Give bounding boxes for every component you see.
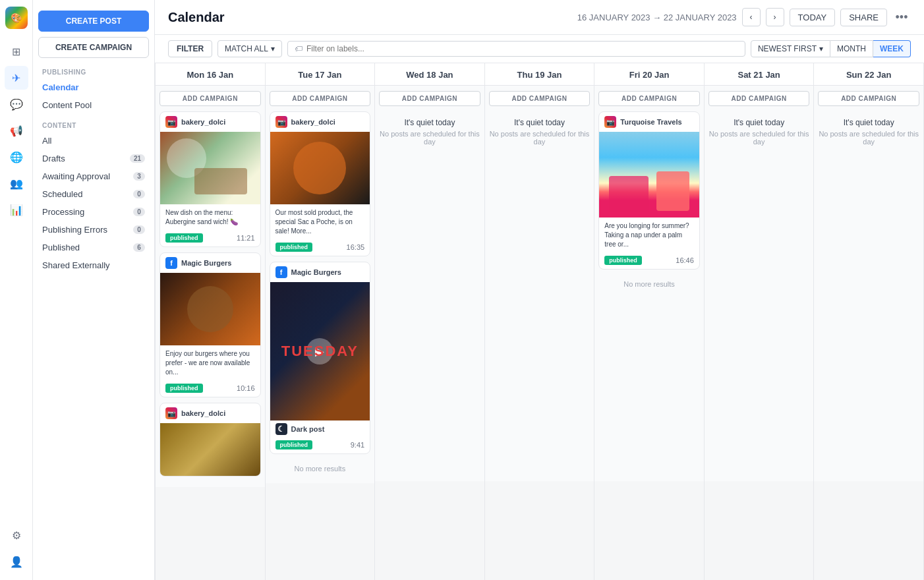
day-column-thu: Thu 19 Jan ADD CAMPAIGN It's quiet today… (485, 63, 595, 580)
day-body-fri: ADD CAMPAIGN 📷 Turquoise Travels Are you… (594, 86, 704, 481)
post-footer: published 16:46 (599, 253, 699, 269)
instagram-icon: 📷 (165, 116, 177, 128)
create-campaign-button[interactable]: CREATE CAMPAIGN (38, 37, 149, 58)
nav-chart[interactable]: 📊 (5, 198, 28, 221)
page-header: Calendar 16 JANUARY 2023 → 22 JANUARY 20… (155, 0, 924, 35)
nav-profile[interactable]: 👤 (5, 550, 28, 573)
next-week-button[interactable]: › (766, 8, 784, 26)
post-card: f Magic Burgers ▶ TUESDAY ☾ Dark post (270, 262, 371, 454)
instagram-icon: 📷 (165, 407, 177, 419)
today-button[interactable]: TODAY (790, 9, 836, 26)
sidebar-item-awaiting-approval[interactable]: Awaiting Approval 3 (33, 167, 154, 185)
newest-chevron-icon: ▾ (819, 44, 823, 53)
post-image (160, 423, 260, 476)
sidebar-item-drafts[interactable]: Drafts 21 (33, 150, 154, 167)
day-header-thu: Thu 19 Jan (485, 63, 594, 86)
share-button[interactable]: SHARE (840, 9, 887, 26)
day-body-mon: ADD CAMPAIGN 📷 bakery_dolci New dish on … (156, 86, 265, 487)
nav-home[interactable]: ⊞ (5, 40, 28, 63)
day-body-sun: ADD CAMPAIGN It's quiet today No posts a… (814, 86, 923, 481)
post-account: bakery_dolci (181, 118, 225, 126)
filter-bar: FILTER MATCH ALL ▾ 🏷 NEWEST FIRST ▾ MONT… (155, 35, 924, 63)
post-account: Magic Burgers (181, 259, 231, 267)
quiet-message-sat: It's quiet today (708, 118, 810, 127)
sidebar-item-processing[interactable]: Processing 0 (33, 203, 154, 221)
day-column-sat: Sat 21 Jan ADD CAMPAIGN It's quiet today… (705, 63, 815, 580)
newest-first-button[interactable]: NEWEST FIRST ▾ (751, 40, 830, 57)
nav-people[interactable]: 👥 (5, 171, 28, 195)
day-column-sun: Sun 22 Jan ADD CAMPAIGN It's quiet today… (814, 63, 924, 580)
published-badge: published (165, 384, 203, 393)
add-campaign-sat[interactable]: ADD CAMPAIGN (708, 91, 810, 106)
post-text: Are you longing for summer? Taking a nap… (599, 218, 699, 253)
post-account: Magic Burgers (291, 268, 341, 276)
dark-post-icon: ☾ (275, 423, 287, 435)
label-filter-input[interactable] (306, 44, 738, 53)
filter-button[interactable]: FILTER (168, 40, 212, 57)
tuesday-overlay: TUESDAY (281, 343, 359, 360)
label-filter-input-wrapper[interactable]: 🏷 (287, 41, 745, 57)
week-view-button[interactable]: WEEK (873, 40, 911, 57)
day-body-tue: ADD CAMPAIGN 📷 bakery_dolci Our most sol… (266, 86, 375, 483)
header-controls: 16 JANUARY 2023 → 22 JANUARY 2023 ‹ › TO… (577, 8, 911, 26)
publishing-section-label: PUBLISHING (33, 61, 154, 78)
published-badge: 6 (133, 243, 145, 252)
post-card: 📷 bakery_dolci New dish on the menu: Aub… (159, 111, 261, 247)
add-campaign-thu[interactable]: ADD CAMPAIGN (489, 91, 591, 106)
sidebar-item-publishing-errors[interactable]: Publishing Errors 0 (33, 221, 154, 239)
add-campaign-mon[interactable]: ADD CAMPAIGN (159, 91, 261, 106)
day-column-tue: Tue 17 Jan ADD CAMPAIGN 📷 bakery_dolci O… (266, 63, 376, 580)
add-campaign-fri[interactable]: ADD CAMPAIGN (598, 91, 700, 106)
add-campaign-tue[interactable]: ADD CAMPAIGN (270, 91, 371, 106)
day-header-wed: Wed 18 Jan (375, 63, 484, 86)
post-image (160, 132, 260, 204)
sidebar-item-published[interactable]: Published 6 (33, 239, 154, 256)
post-account: Dark post (291, 425, 325, 433)
nav-calendar[interactable]: ✈ (5, 66, 28, 90)
published-badge: published (165, 233, 203, 243)
nav-campaigns[interactable]: 📢 (5, 119, 28, 142)
month-view-button[interactable]: MONTH (830, 40, 873, 57)
post-account: bakery_dolci (291, 118, 335, 126)
day-header-fri: Fri 20 Jan (594, 63, 704, 86)
match-all-button[interactable]: MATCH ALL ▾ (217, 40, 282, 57)
sidebar-item-calendar[interactable]: Calendar (33, 78, 154, 96)
add-campaign-wed[interactable]: ADD CAMPAIGN (379, 91, 480, 106)
post-footer: published 11:21 (160, 231, 260, 246)
post-footer: published 16:35 (270, 240, 370, 256)
sidebar-item-scheduled[interactable]: Scheduled 0 (33, 185, 154, 203)
post-image: ▶ TUESDAY (270, 282, 370, 420)
published-badge: published (275, 440, 313, 450)
sidebar-item-content-pool[interactable]: Content Pool (33, 96, 154, 114)
post-time: 9:41 (351, 441, 364, 449)
awaiting-badge: 3 (133, 172, 145, 181)
post-image (599, 132, 699, 218)
day-header-sat: Sat 21 Jan (705, 63, 814, 86)
post-time: 10:16 (237, 384, 255, 392)
sidebar-item-all[interactable]: All (33, 132, 154, 150)
sidebar-item-shared-externally[interactable]: Shared Externally (33, 256, 154, 274)
content-section-label: CONTENT (33, 114, 154, 132)
post-text: Enjoy our burgers where you prefer - we … (160, 345, 260, 381)
add-campaign-sun[interactable]: ADD CAMPAIGN (818, 91, 919, 106)
no-posts-message-thu: No posts are scheduled for this day (489, 130, 591, 146)
drafts-badge: 21 (130, 154, 145, 163)
post-image (160, 273, 260, 345)
calendar-grid: Mon 16 Jan ADD CAMPAIGN 📷 bakery_dolci (155, 63, 924, 580)
post-card: 📷 Turquoise Travels Are you longing for … (598, 111, 700, 270)
prev-week-button[interactable]: ‹ (742, 8, 761, 26)
day-body-wed: ADD CAMPAIGN It's quiet today No posts a… (375, 86, 484, 481)
date-range: 16 JANUARY 2023 → 22 JANUARY 2023 (577, 13, 737, 22)
create-post-button[interactable]: CREATE POST (38, 11, 149, 32)
post-time: 16:46 (676, 256, 694, 264)
day-body-sat: ADD CAMPAIGN It's quiet today No posts a… (705, 86, 814, 481)
match-all-chevron-icon: ▾ (271, 44, 275, 53)
day-header-mon: Mon 16 Jan (156, 63, 265, 86)
more-options-button[interactable]: ••• (892, 8, 911, 26)
nav-messages[interactable]: 💬 (5, 92, 28, 116)
instagram-icon: 📷 (275, 116, 287, 128)
nav-globe[interactable]: 🌐 (5, 145, 28, 169)
post-card: 📷 bakery_dolci (159, 403, 261, 477)
app-logo: 🎨 (5, 7, 28, 29)
nav-settings[interactable]: ⚙ (5, 523, 28, 547)
